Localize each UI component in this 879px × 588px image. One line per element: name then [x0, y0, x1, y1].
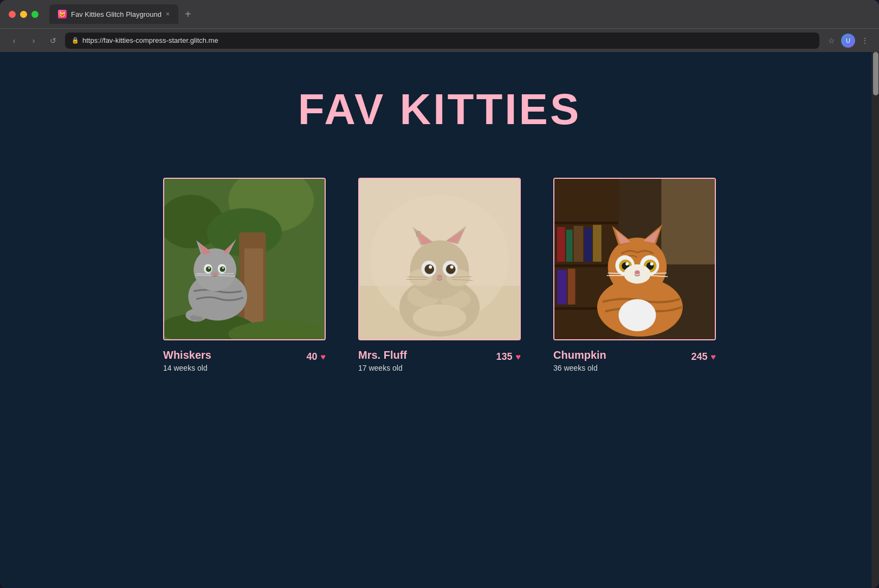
svg-rect-61 — [584, 228, 592, 262]
tab-favicon: 🐱 — [58, 10, 67, 18]
likes-count-mrs-fluff: 135 — [496, 351, 512, 363]
browser-window: 🐱 Fav Kitties Glitch Playground × + ‹ › … — [0, 0, 879, 588]
kitty-name-age-mrs-fluff: Mrs. Fluff 17 weeks old — [358, 349, 407, 372]
lock-icon: 🔒 — [72, 37, 79, 44]
tab-bar: 🐱 Fav Kitties Glitch Playground × + — [49, 4, 196, 24]
kitty-card-chumpkin: Chumpkin 36 weeks old 245 ♥ — [553, 178, 716, 372]
kitty-name-chumpkin: Chumpkin — [553, 349, 606, 361]
svg-point-45 — [429, 266, 432, 269]
scrollbar-thumb[interactable] — [873, 52, 878, 95]
cat-svg-chumpkin — [554, 179, 715, 339]
browser-titlebar: 🐱 Fav Kitties Glitch Playground × + — [0, 0, 879, 28]
close-button[interactable] — [9, 11, 16, 18]
svg-point-46 — [450, 266, 454, 269]
new-tab-button[interactable]: + — [180, 6, 196, 23]
kitty-info-whiskers: Whiskers 14 weeks old 40 ♥ — [163, 349, 326, 372]
kitty-image-whiskers — [163, 178, 326, 340]
page-title: FAV KITTIES — [298, 85, 581, 134]
kitty-image-chumpkin — [553, 178, 716, 340]
heart-icon-whiskers: ♥ — [321, 352, 326, 362]
traffic-lights — [9, 11, 38, 18]
kitty-likes-whiskers[interactable]: 40 ♥ — [306, 351, 326, 363]
user-avatar[interactable]: U — [841, 34, 855, 48]
page-content: FAV KITTIES — [0, 52, 879, 588]
maximize-button[interactable] — [31, 11, 38, 18]
kitty-likes-mrs-fluff[interactable]: 135 ♥ — [496, 351, 521, 363]
svg-point-83 — [635, 270, 640, 275]
kitty-likes-chumpkin[interactable]: 245 ♥ — [691, 351, 716, 363]
svg-point-43 — [424, 264, 434, 274]
svg-rect-60 — [574, 226, 584, 262]
kitty-name-mrs-fluff: Mrs. Fluff — [358, 349, 407, 361]
likes-count-whiskers: 40 — [306, 351, 317, 363]
likes-count-chumpkin: 245 — [691, 351, 707, 363]
kitty-info-mrs-fluff: Mrs. Fluff 17 weeks old 135 ♥ — [358, 349, 521, 372]
svg-rect-63 — [557, 270, 567, 305]
svg-point-52 — [413, 305, 467, 331]
reload-button[interactable]: ↺ — [46, 33, 61, 48]
svg-rect-58 — [557, 227, 565, 262]
kitty-image-mrs-fluff — [358, 178, 521, 340]
svg-rect-62 — [593, 225, 602, 262]
kitty-name-whiskers: Whiskers — [163, 349, 211, 361]
svg-point-16 — [206, 267, 211, 272]
url-text: https://fav-kitties-compress-starter.gli… — [82, 36, 218, 44]
back-button[interactable]: ‹ — [7, 33, 22, 48]
browser-toolbar: ‹ › ↺ 🔒 https://fav-kitties-compress-sta… — [0, 28, 879, 52]
svg-line-84 — [608, 273, 625, 274]
svg-point-17 — [220, 267, 225, 272]
heart-icon-chumpkin: ♥ — [711, 352, 716, 362]
kitty-card-mrs-fluff: Mrs. Fluff 17 weeks old 135 ♥ — [358, 178, 521, 372]
svg-rect-64 — [568, 269, 576, 305]
kitty-age-whiskers: 14 weeks old — [163, 364, 211, 372]
kitty-card-whiskers: Whiskers 14 weeks old 40 ♥ — [163, 178, 326, 372]
bookmark-button[interactable]: ☆ — [824, 33, 839, 48]
forward-button[interactable]: › — [26, 33, 41, 48]
kitty-age-chumpkin: 36 weeks old — [553, 364, 606, 372]
tab-close-button[interactable]: × — [166, 10, 170, 18]
kitty-name-age-whiskers: Whiskers 14 weeks old — [163, 349, 211, 372]
svg-point-81 — [650, 262, 654, 266]
minimize-button[interactable] — [20, 11, 27, 18]
cat-svg-whiskers — [164, 179, 325, 339]
kitty-info-chumpkin: Chumpkin 36 weeks old 245 ♥ — [553, 349, 716, 372]
svg-point-9 — [193, 248, 236, 291]
toolbar-actions: ☆ U ⋮ — [824, 33, 872, 48]
cat-svg-mrs-fluff — [359, 179, 520, 339]
kitty-age-mrs-fluff: 17 weeks old — [358, 364, 407, 372]
svg-rect-59 — [566, 230, 573, 262]
svg-rect-55 — [554, 222, 618, 224]
svg-point-27 — [195, 316, 203, 322]
kitty-name-age-chumpkin: Chumpkin 36 weeks old — [553, 349, 606, 372]
svg-rect-66 — [661, 179, 715, 264]
svg-point-47 — [437, 275, 442, 279]
svg-point-44 — [446, 264, 456, 274]
active-tab[interactable]: 🐱 Fav Kitties Glitch Playground × — [49, 4, 178, 24]
address-bar[interactable]: 🔒 https://fav-kitties-compress-starter.g… — [65, 33, 819, 49]
scrollbar-track — [871, 52, 879, 588]
menu-button[interactable]: ⋮ — [857, 33, 872, 48]
svg-point-80 — [625, 262, 629, 266]
heart-icon-mrs-fluff: ♥ — [516, 352, 521, 362]
svg-point-18 — [208, 267, 210, 269]
kitties-grid: Whiskers 14 weeks old 40 ♥ — [87, 178, 792, 372]
svg-point-19 — [222, 267, 224, 269]
svg-line-86 — [650, 273, 667, 274]
svg-point-68 — [618, 299, 656, 331]
tab-title: Fav Kitties Glitch Playground — [71, 10, 161, 18]
svg-point-20 — [213, 273, 217, 276]
